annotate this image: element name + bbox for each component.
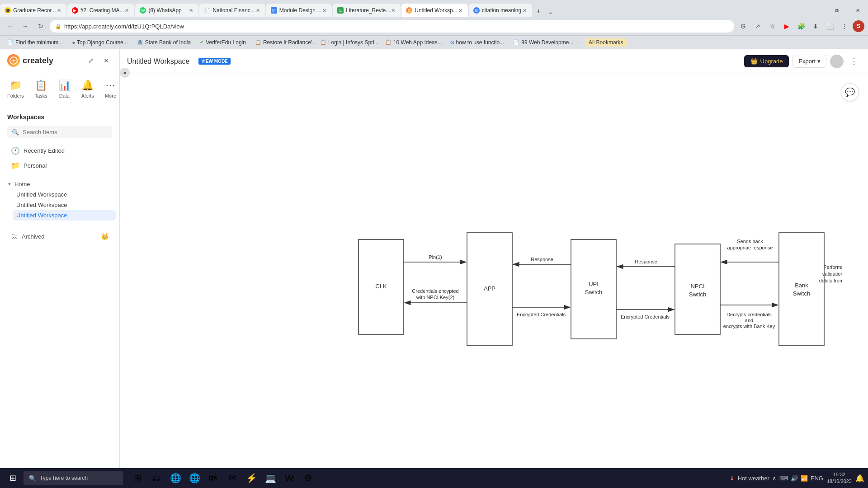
home-item[interactable]: ▼ Home [4, 179, 116, 189]
bookmark-sbi[interactable]: 🏦 State Bank of India [133, 38, 194, 47]
workspace-item-2[interactable]: Untitled Workspace [13, 200, 116, 210]
forward-button[interactable]: → [19, 20, 32, 33]
export-button[interactable]: Export ▾ [793, 55, 826, 68]
google-icon[interactable]: G [737, 20, 750, 33]
tab-close-graduate[interactable]: ✕ [56, 7, 62, 14]
nav-alerts[interactable]: 🔔 Alerts [76, 76, 99, 102]
screenshot-icon[interactable]: ⬜ [824, 20, 836, 33]
back-button[interactable]: ← [4, 20, 16, 33]
nav-folders[interactable]: 📁 Folders [2, 76, 29, 102]
tab-close-untitled[interactable]: ✕ [458, 7, 463, 14]
search-input[interactable] [23, 129, 108, 136]
npci-label-1: NPCI [690, 283, 704, 290]
taskbar-search[interactable]: 🔍 Type here to search [24, 471, 123, 485]
profile-avatar[interactable]: S [853, 20, 864, 32]
folders-icon: 📁 [9, 80, 22, 91]
nav-tasks[interactable]: 📋 Tasks [29, 76, 53, 102]
tab-youtube[interactable]: ▶ #2. Creating MA... ✕ [67, 4, 135, 17]
expand-icon[interactable]: ⤢ [85, 55, 97, 66]
archived-item[interactable]: 🗂 Archived 👑 [7, 230, 112, 243]
upi-label-2: Switch [585, 289, 602, 296]
diagram-container: CLK APP UPI Switch NPCI Swtich Bank Sw [345, 194, 842, 368]
extensions-icon[interactable]: 🧩 [795, 20, 807, 33]
tree-section: ▼ Home Untitled Workspace Untitled Works… [0, 177, 119, 222]
system-tray-arrow[interactable]: ∧ [772, 475, 777, 482]
personal-item[interactable]: 📁 Personal [7, 159, 112, 173]
taskbar-settings[interactable]: ⚙ [299, 469, 317, 487]
tab-untitled[interactable]: C Untitled Worksp... ✕ [401, 4, 467, 17]
bookmark-howto[interactable]: G how to use functio... [447, 38, 508, 47]
tab-whatsapp[interactable]: W (8) WhatsApp ✕ [135, 4, 198, 17]
bookmark-icon-1: 📄 [7, 39, 14, 45]
workspace-item-1[interactable]: Untitled Workspace [13, 189, 116, 200]
volume-icon[interactable]: 🔊 [791, 475, 798, 482]
taskbar-word[interactable]: W [280, 469, 298, 487]
workspace-item-3[interactable]: Untitled Workspace [13, 210, 116, 221]
tab-close-literature[interactable]: ✕ [390, 7, 396, 14]
recently-edited-item[interactable]: 🕐 Recently Edited [7, 144, 112, 158]
taskbar-dev[interactable]: ⚡ [242, 469, 260, 487]
expand-diagram-icon[interactable]: ● [120, 68, 130, 78]
response-2-label: Response [635, 259, 657, 264]
search-icon: 🔍 [12, 129, 19, 136]
taskbar-task-view[interactable]: ⊞ [128, 469, 146, 487]
sends-back-label-2: appropriae response [727, 245, 773, 250]
sends-back-label-1: Sends back [737, 239, 763, 244]
canvas-area[interactable]: 💬 CLK [120, 74, 868, 488]
tab-graduate[interactable]: 🎓 Graduate Recor... ✕ [0, 4, 66, 17]
bookmark-verifer[interactable]: ✔ VeriferEdu Login [196, 38, 250, 47]
taskbar-vs[interactable]: 💻 [261, 469, 279, 487]
close-button[interactable]: ✕ [847, 4, 868, 17]
tab-literature[interactable]: L Literature_Revie... ✕ [333, 4, 401, 17]
taskbar-file-explorer[interactable]: 🗂 [147, 469, 165, 487]
tab-close-citation[interactable]: ✕ [522, 7, 528, 14]
bookmarks-bar: 📄 Find the minimum... ● Top Django Cours… [0, 35, 868, 49]
settings-icon[interactable]: ⋮ [838, 20, 851, 33]
recently-edited-label: Recently Edited [24, 147, 65, 154]
chat-button[interactable]: 💬 [841, 83, 859, 101]
bookmark-webapp[interactable]: 📋 10 Web App Ideas... [382, 38, 445, 47]
tab-close-national[interactable]: ✕ [255, 7, 261, 14]
tab-close-youtube[interactable]: ✕ [124, 7, 130, 14]
tab-module[interactable]: M Module Design ... ✕ [266, 4, 332, 17]
close-sidebar-icon[interactable]: ✕ [100, 55, 112, 66]
maximize-button[interactable]: ⧉ [826, 4, 847, 17]
tab-citation[interactable]: G citation meaning ✕ [469, 4, 532, 17]
new-tab-button[interactable]: + [533, 5, 544, 17]
more-options-button[interactable]: ⋮ [847, 55, 861, 68]
youtube-icon[interactable]: ▶ [780, 20, 793, 33]
share-icon[interactable]: ↗ [751, 20, 764, 33]
taskbar-right: 🌡 Hot weather ∧ ⌨ 🔊 📶 ENG 15:32 18/10/20… [729, 471, 864, 485]
star-icon[interactable]: ☆ [766, 20, 778, 33]
taskbar: ⊞ 🔍 Type here to search ⊞ 🗂 🌐 🌐 🛍 ✉ ⚡ 💻 … [0, 468, 868, 488]
taskbar-chrome[interactable]: 🌐 [185, 469, 203, 487]
address-bar[interactable]: 🔒 https://app.creately.com/d/IzU1QrPQLDa… [50, 20, 734, 33]
tab-close-module[interactable]: ✕ [321, 7, 327, 14]
crown-icon: 👑 [750, 58, 758, 65]
refresh-button[interactable]: ↻ [34, 20, 47, 33]
minimize-button[interactable]: — [806, 4, 826, 17]
start-button[interactable]: ⊞ [4, 470, 22, 486]
bookmark-find-minimum[interactable]: 📄 Find the minimum... [4, 38, 66, 47]
download-icon[interactable]: ⬇ [809, 20, 822, 33]
search-box[interactable]: 🔍 [7, 126, 112, 138]
bookmark-icon-4: ✔ [200, 39, 204, 45]
network-icon[interactable]: 📶 [801, 475, 808, 482]
workspace-title: Untitled Workspace [127, 57, 189, 66]
nav-data[interactable]: 📊 Data [53, 76, 76, 102]
bank-label-2: Switch [793, 290, 810, 297]
tab-close-whatsapp[interactable]: ✕ [188, 7, 194, 14]
bookmarks-folder[interactable]: All Bookmarks [585, 38, 627, 47]
nav-more[interactable]: ⋯ More [99, 76, 120, 102]
taskbar-edge[interactable]: 🌐 [166, 469, 184, 487]
bookmark-99web[interactable]: 📄 99 Web Developme... [509, 38, 573, 47]
bookmark-infosys[interactable]: 📋 Login | Infosys Spri... [316, 38, 380, 47]
bookmark-django[interactable]: ● Top Django Course... [68, 38, 131, 47]
taskbar-store[interactable]: 🛍 [204, 469, 222, 487]
taskbar-mail[interactable]: ✉ [223, 469, 241, 487]
upgrade-button[interactable]: 👑 Upgrade [744, 55, 789, 67]
notification-icon[interactable]: 🔔 [855, 474, 864, 483]
tab-overflow-button[interactable]: ⌄ [544, 6, 557, 17]
tab-national[interactable]: 📄 National Financ... ✕ [199, 4, 265, 17]
bookmark-restore[interactable]: 📋 Restore It Radiance'... [251, 38, 315, 47]
